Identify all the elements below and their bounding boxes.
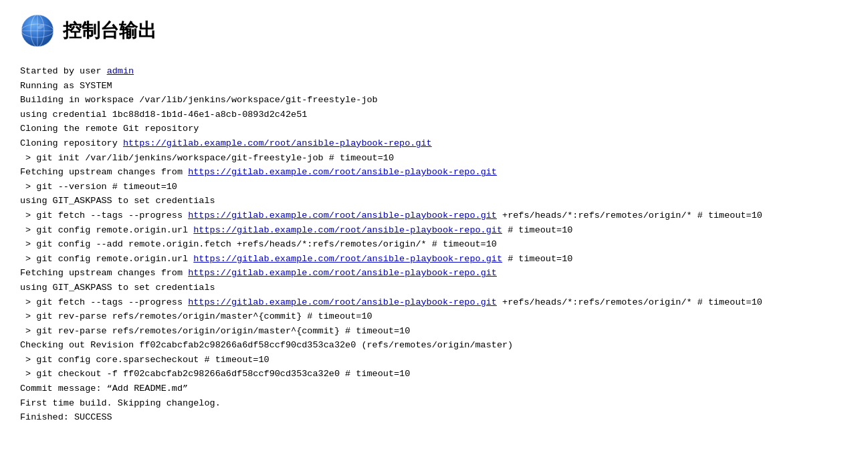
console-line: > git fetch --tags --progress https://gi… (20, 208, 848, 223)
console-link[interactable]: https://gitlab.example.com/root/ansible-… (188, 268, 497, 278)
console-globe-icon (20, 13, 55, 48)
console-output: Started by user admin Running as SYSTEM … (20, 64, 848, 425)
console-link[interactable]: https://gitlab.example.com/root/ansible-… (193, 254, 502, 264)
console-link[interactable]: admin (107, 66, 134, 76)
console-line: Commit message: “Add README.md” (20, 381, 848, 396)
console-line: Checking out Revision ff02cabcfab2c98266… (20, 338, 848, 353)
console-line: using GIT_ASKPASS to set credentials (20, 194, 848, 208)
console-line: > git init /var/lib/jenkins/workspace/gi… (20, 151, 848, 166)
console-line: > git checkout -f ff02cabcfab2c98266a6df… (20, 367, 848, 381)
console-line: > git --version # timeout=10 (20, 180, 848, 194)
console-line: > git config --add remote.origin.fetch +… (20, 237, 848, 252)
console-line: Fetching upstream changes from https://g… (20, 266, 848, 281)
console-link[interactable]: https://gitlab.example.com/root/ansible-… (188, 210, 497, 220)
console-line: > git config remote.origin.url https://g… (20, 252, 848, 267)
console-line: > git fetch --tags --progress https://gi… (20, 295, 848, 310)
console-line: Finished: SUCCESS (20, 410, 848, 425)
console-link[interactable]: https://gitlab.example.com/root/ansible-… (123, 138, 432, 148)
console-link[interactable]: https://gitlab.example.com/root/ansible-… (193, 225, 502, 235)
console-line: using credential 1bc88d18-1b1d-46e1-a8cb… (20, 108, 848, 122)
console-line: Fetching upstream changes from https://g… (20, 165, 848, 180)
console-line: > git rev-parse refs/remotes/origin/orig… (20, 324, 848, 339)
console-link[interactable]: https://gitlab.example.com/root/ansible-… (188, 167, 497, 177)
console-line: > git config remote.origin.url https://g… (20, 223, 848, 238)
page-title: 控制台输出 (63, 18, 156, 43)
console-line: > git config core.sparsecheckout # timeo… (20, 353, 848, 367)
console-line: using GIT_ASKPASS to set credentials (20, 281, 848, 295)
console-line: Cloning the remote Git repository (20, 122, 848, 136)
console-line: First time build. Skipping changelog. (20, 396, 848, 411)
console-link[interactable]: https://gitlab.example.com/root/ansible-… (188, 297, 497, 307)
console-line: Cloning repository https://gitlab.exampl… (20, 136, 848, 151)
page-header: 控制台输出 (20, 13, 848, 48)
console-line: Started by user admin (20, 64, 848, 79)
console-line: Building in workspace /var/lib/jenkins/w… (20, 93, 848, 108)
console-line: > git rev-parse refs/remotes/origin/mast… (20, 309, 848, 324)
console-line: Running as SYSTEM (20, 79, 848, 94)
